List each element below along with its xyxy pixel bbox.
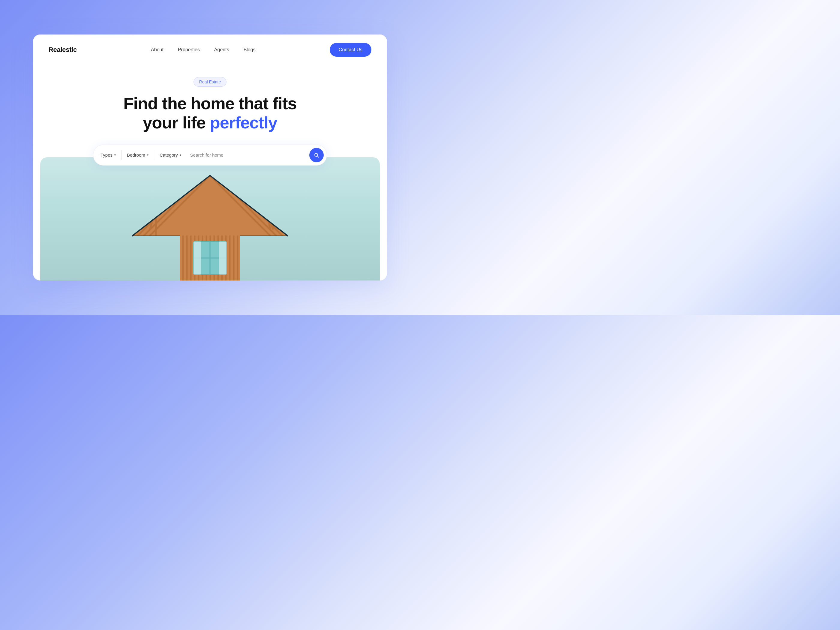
category-chevron-icon: ▾ [180, 153, 181, 156]
hero-title-line2-normal: your life [143, 113, 210, 132]
svg-rect-47 [194, 242, 201, 275]
svg-rect-48 [219, 242, 226, 275]
category-label: Category [159, 152, 178, 158]
search-input[interactable] [186, 150, 309, 160]
hero-image-area [40, 157, 380, 281]
search-icon [314, 152, 319, 158]
bedroom-dropdown[interactable]: Bedroom ▾ [127, 150, 154, 160]
hero-title: Find the home that fits your life perfec… [123, 94, 297, 133]
hero-title-line1: Find the home that fits [123, 94, 297, 113]
bedroom-label: Bedroom [127, 152, 145, 158]
category-dropdown[interactable]: Category ▾ [159, 150, 186, 160]
search-button[interactable] [309, 148, 324, 162]
types-dropdown[interactable]: Types ▾ [101, 150, 122, 160]
house-illustration [132, 169, 288, 281]
hero-badge: Real Estate [194, 77, 226, 87]
types-chevron-icon: ▾ [114, 153, 116, 156]
nav-blogs[interactable]: Blogs [243, 47, 256, 52]
navbar: Realestic About Properties Agents Blogs … [33, 35, 387, 65]
bedroom-chevron-icon: ▾ [147, 153, 148, 156]
nav-links: About Properties Agents Blogs [151, 47, 256, 52]
types-label: Types [101, 152, 112, 158]
logo: Realestic [49, 46, 77, 54]
nav-about[interactable]: About [151, 47, 164, 52]
nav-properties[interactable]: Properties [178, 47, 200, 52]
hero-section: Real Estate Find the home that fits your… [33, 65, 387, 157]
main-card: Realestic About Properties Agents Blogs … [33, 35, 387, 281]
contact-button[interactable]: Contact Us [330, 43, 371, 57]
nav-agents[interactable]: Agents [214, 47, 229, 52]
search-bar: Types ▾ Bedroom ▾ Category ▾ [93, 145, 327, 166]
hero-title-highlight: perfectly [210, 113, 277, 132]
